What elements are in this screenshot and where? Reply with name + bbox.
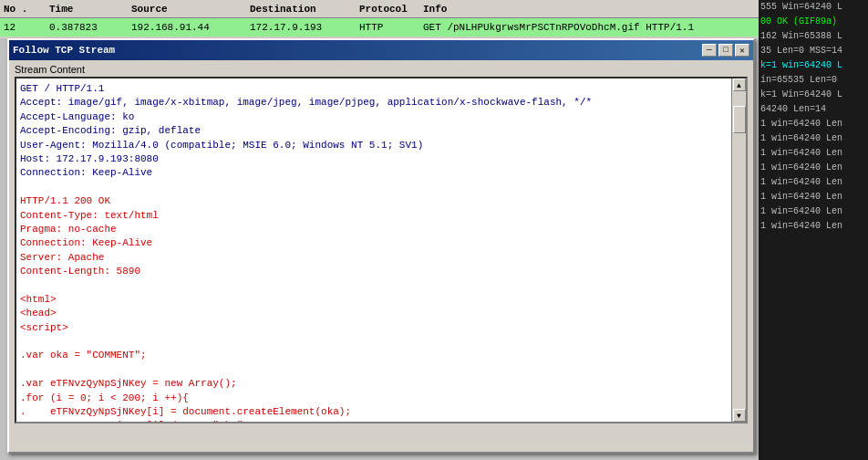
dialog-titlebar: Follow TCP Stream ─ □ ✕ (9, 40, 753, 60)
vertical-scrollbar[interactable]: ▲ ▼ (731, 78, 746, 422)
right-panel-line: k=1 Win=64240 L (759, 88, 868, 102)
stream-content-label: Stream Content (9, 60, 753, 77)
right-panel-line: 1 win=64240 Len (759, 175, 868, 190)
right-panel-line: 35 Len=0 MSS=14 (759, 44, 868, 58)
right-panel: 555 Win=64240 L00 OK (GIF89a)162 Win=653… (759, 0, 868, 460)
packet-time: 0.387823 (46, 22, 128, 33)
col-header-no: No . (0, 4, 46, 15)
right-panel-line: 1 win=64240 Len (759, 146, 868, 161)
minimize-button[interactable]: ─ (702, 44, 717, 57)
tcp-stream-dialog: Follow TCP Stream ─ □ ✕ Stream Content G… (7, 38, 755, 454)
scroll-thumb[interactable] (733, 106, 746, 133)
right-panel-line: 1 win=64240 Len (759, 117, 868, 131)
right-panel-line: 64240 Len=14 (759, 102, 868, 117)
col-header-protocol: Protocol (356, 4, 419, 15)
scroll-down-button[interactable]: ▼ (733, 409, 746, 422)
packet-protocol: HTTP (356, 22, 419, 33)
right-panel-line: in=65535 Len=0 (759, 73, 868, 88)
scroll-up-button[interactable]: ▲ (733, 78, 746, 91)
right-panel-line: 162 Win=65388 L (759, 29, 868, 44)
maximize-button[interactable]: □ (718, 44, 733, 57)
col-header-time: Time (46, 4, 128, 15)
packet-row[interactable]: 12 0.387823 192.168.91.44 172.17.9.193 H… (0, 18, 868, 37)
col-header-destination: Destination (246, 4, 356, 15)
right-panel-line: k=1 win=64240 L (759, 58, 868, 73)
packet-destination: 172.17.9.193 (246, 22, 356, 33)
right-panel-line: 1 win=64240 Len (759, 161, 868, 175)
stream-text: GET / HTTP/1.1 Accept: image/gif, image/… (16, 78, 746, 423)
packet-header-row: No . Time Source Destination Protocol In… (0, 0, 868, 18)
stream-content-box[interactable]: GET / HTTP/1.1 Accept: image/gif, image/… (15, 77, 748, 423)
packet-bar: No . Time Source Destination Protocol In… (0, 0, 868, 38)
right-panel-line: 555 Win=64240 L (759, 0, 868, 15)
close-button[interactable]: ✕ (735, 44, 749, 57)
right-panel-line: 00 OK (GIF89a) (759, 15, 868, 29)
dialog-title: Follow TCP Stream (13, 45, 115, 56)
packet-no: 12 (0, 22, 46, 33)
col-header-source: Source (128, 4, 246, 15)
right-panel-line: 1 win=64240 Len (759, 190, 868, 204)
packet-source: 192.168.91.44 (128, 22, 246, 33)
right-panel-line: 1 win=64240 Len (759, 131, 868, 146)
titlebar-buttons: ─ □ ✕ (702, 44, 749, 57)
right-panel-line: 1 win=64240 Len (759, 219, 868, 234)
right-panel-line: 1 win=64240 Len (759, 204, 868, 219)
